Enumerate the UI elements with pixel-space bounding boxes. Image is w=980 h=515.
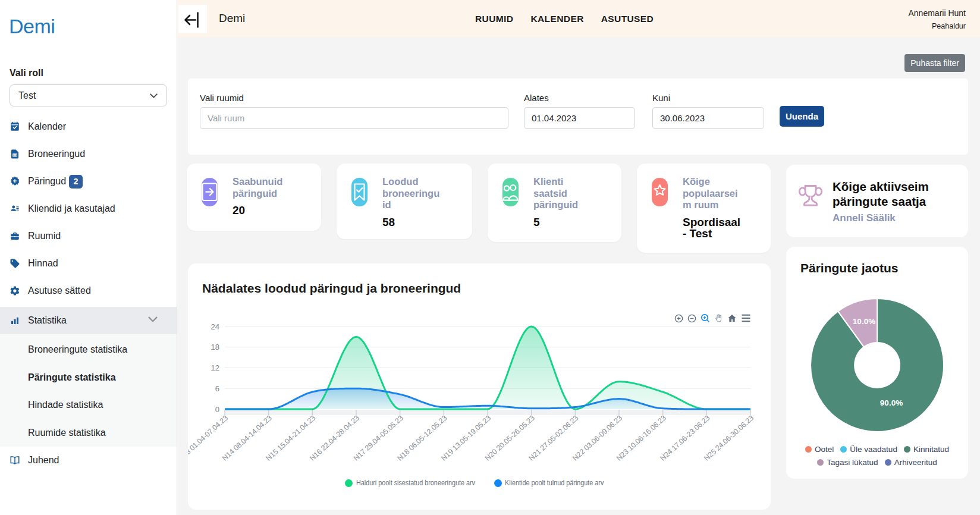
svg-text:24: 24 [211,322,219,331]
svg-text:10.0%: 10.0% [853,317,875,326]
svg-text:90.0%: 90.0% [880,398,903,407]
svg-text:18: 18 [211,343,219,351]
svg-text:6: 6 [215,384,219,393]
svg-text:12: 12 [211,363,219,372]
svg-text:N25 24.06-30.06.23: N25 24.06-30.06.23 [702,414,755,463]
svg-text:0: 0 [215,405,219,414]
